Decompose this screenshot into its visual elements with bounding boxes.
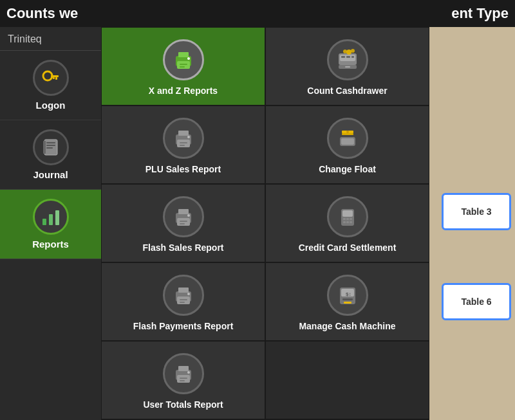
svg-rect-3 [53, 77, 55, 79]
svg-rect-46 [342, 210, 353, 217]
cc-settlement-icon [327, 196, 368, 237]
svg-rect-47 [343, 218, 346, 220]
svg-rect-21 [346, 56, 350, 58]
cc-settlement-label: Credit Card Settlement [299, 242, 397, 253]
flash-payments-label: Flash Payments Report [133, 321, 234, 331]
svg-rect-29 [178, 131, 189, 136]
table-6[interactable]: Table 6 [442, 283, 511, 320]
svg-rect-52 [350, 221, 352, 223]
svg-rect-10 [49, 214, 53, 225]
reports-icon [40, 206, 62, 228]
menu-item-change-float[interactable]: Change Float [265, 105, 429, 184]
flash-sales-label: Flash Sales Report [142, 242, 223, 253]
svg-rect-61 [342, 298, 353, 300]
svg-point-69 [187, 371, 190, 374]
user-totals-label: User Totals Report [143, 399, 223, 410]
svg-rect-24 [345, 66, 350, 68]
svg-point-25 [346, 50, 351, 55]
menu-item-x-z-reports[interactable]: X and Z Reports [101, 27, 265, 105]
svg-rect-62 [344, 302, 351, 304]
svg-rect-5 [46, 142, 55, 143]
top-bar: Counts we ent Type [0, 0, 515, 27]
flash-payments-icon [163, 275, 204, 316]
menu-item-flash-payments[interactable]: Flash Payments Report [101, 262, 265, 341]
svg-rect-57 [180, 302, 185, 303]
svg-rect-51 [346, 221, 349, 223]
svg-rect-13 [178, 52, 189, 57]
menu-item-plu-sales[interactable]: PLU Sales Report [101, 105, 265, 184]
svg-rect-37 [342, 133, 353, 135]
menu-item-user-totals[interactable]: User Totals Report [101, 341, 265, 419]
count-cashdrawer-label: Count Cashdrawer [307, 86, 387, 96]
x-z-reports-icon [163, 39, 204, 80]
plu-sales-icon [163, 118, 204, 159]
svg-rect-20 [341, 56, 345, 58]
journal-label: Journal [33, 169, 68, 180]
svg-rect-31 [180, 142, 187, 143]
svg-rect-7 [46, 147, 53, 149]
svg-rect-1 [51, 75, 59, 77]
sidebar-item-logon[interactable]: Logon [0, 51, 101, 120]
logon-icon-circle [33, 60, 69, 96]
svg-text:$↕: $↕ [346, 291, 351, 297]
svg-point-0 [43, 71, 52, 80]
table-3-label: Table 3 [461, 206, 491, 217]
user-totals-icon [163, 353, 204, 394]
svg-rect-22 [351, 56, 354, 58]
svg-rect-8 [43, 141, 46, 154]
svg-rect-35 [341, 138, 354, 145]
svg-rect-56 [180, 299, 187, 300]
menu-overlay: X and Z Reports Count Cashdrawer [101, 27, 429, 420]
menu-item-spacer [265, 341, 429, 419]
manage-cash-icon: $↕ [327, 275, 368, 316]
sidebar: Triniteq Logon Journal [0, 27, 101, 420]
svg-rect-48 [346, 218, 349, 220]
svg-rect-9 [42, 219, 46, 225]
table-3[interactable]: Table 3 [442, 193, 511, 230]
journal-icon [41, 137, 61, 158]
menu-item-flash-sales[interactable]: Flash Sales Report [101, 184, 265, 262]
svg-point-58 [187, 293, 190, 295]
table-6-label: Table 6 [461, 297, 491, 307]
key-icon [41, 68, 61, 87]
svg-rect-6 [46, 145, 55, 146]
change-float-icon [327, 118, 368, 159]
svg-point-33 [187, 136, 190, 138]
svg-point-26 [351, 49, 355, 53]
svg-rect-42 [180, 221, 187, 222]
svg-rect-49 [350, 218, 352, 220]
manage-cash-label: Manage Cash Machine [299, 321, 395, 331]
reports-label: Reports [32, 239, 69, 250]
sidebar-item-journal[interactable]: Journal [0, 120, 101, 190]
svg-rect-40 [178, 209, 189, 214]
svg-point-17 [187, 57, 190, 60]
flash-sales-icon [163, 196, 204, 237]
menu-item-count-cashdrawer[interactable]: Count Cashdrawer [265, 27, 429, 105]
svg-rect-32 [180, 145, 185, 146]
svg-rect-54 [178, 288, 189, 293]
journal-icon-circle [33, 129, 69, 165]
svg-rect-16 [180, 66, 185, 68]
svg-rect-11 [55, 210, 59, 225]
reports-icon-circle [33, 199, 69, 235]
change-float-label: Change Float [319, 164, 376, 174]
svg-rect-43 [180, 223, 185, 224]
svg-rect-50 [343, 221, 346, 223]
logon-label: Logon [36, 100, 66, 111]
svg-rect-65 [178, 366, 189, 371]
plu-sales-label: PLU Sales Report [145, 164, 221, 174]
svg-rect-68 [180, 380, 185, 381]
top-bar-right-title: ent Type [451, 5, 509, 22]
svg-rect-15 [180, 64, 187, 65]
svg-point-44 [187, 214, 190, 217]
top-bar-title: Counts we [6, 5, 78, 22]
svg-rect-2 [55, 77, 57, 80]
sidebar-item-reports[interactable]: Reports [0, 190, 101, 259]
menu-item-cc-settlement[interactable]: Credit Card Settlement [265, 184, 429, 262]
svg-point-27 [343, 50, 347, 53]
menu-item-manage-cash[interactable]: $↕ Manage Cash Machine [265, 262, 429, 341]
svg-point-38 [346, 131, 349, 133]
count-cashdrawer-icon [327, 39, 368, 80]
x-z-reports-label: X and Z Reports [149, 86, 218, 96]
svg-rect-67 [180, 378, 187, 379]
